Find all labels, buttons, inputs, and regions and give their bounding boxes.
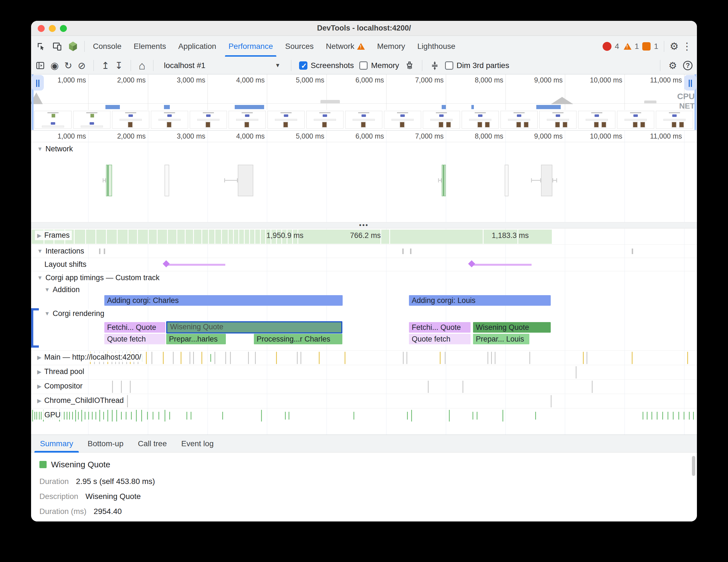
custom-timing-bar[interactable]: Prepar... Louis — [473, 334, 529, 344]
thumb-input-bar — [197, 119, 219, 121]
filmstrip-screenshot[interactable] — [345, 111, 382, 128]
tab-sources[interactable]: Sources — [279, 36, 320, 57]
track-label-frames[interactable]: ▶Frames — [35, 230, 72, 240]
custom-timing-bar[interactable]: Processing...r Charles — [254, 334, 342, 344]
clear-icon[interactable]: ⊘ — [78, 61, 86, 70]
track-label-thread[interactable]: GPU — [42, 410, 63, 420]
track-label-interactions[interactable]: ▼Interactions — [35, 246, 86, 256]
filmstrip-screenshot[interactable] — [384, 111, 421, 128]
filmstrip-screenshot[interactable] — [656, 111, 693, 128]
extension-hexagon-icon[interactable] — [68, 41, 78, 52]
network-request-bar[interactable] — [541, 165, 552, 196]
track-label-layout-shifts[interactable]: Layout shifts — [42, 259, 89, 269]
details-tab-event-log[interactable]: Event log — [174, 435, 221, 453]
thumb-button — [556, 114, 560, 117]
filmstrip-screenshot[interactable] — [539, 111, 577, 128]
filmstrip-screenshot[interactable] — [617, 111, 654, 128]
summary-scrollbar[interactable] — [692, 456, 695, 476]
capture-settings-gear-icon[interactable]: ⚙ — [669, 61, 677, 70]
tab-performance[interactable]: Performance — [222, 36, 279, 57]
custom-timing-bar[interactable]: Wisening Quote — [166, 321, 342, 334]
filmstrip-screenshot[interactable] — [578, 111, 615, 128]
close-window-button[interactable] — [38, 25, 45, 32]
settings-gear-icon[interactable]: ⚙ — [670, 41, 679, 51]
track-label-thread[interactable]: ▶Thread pool — [35, 367, 87, 377]
track-label-addition[interactable]: ▼Addition — [42, 285, 82, 295]
track-label-thread[interactable]: ▶Main — http://localhost:4200/ — [35, 352, 143, 362]
network-request-bar[interactable] — [505, 165, 509, 196]
collapse-sections-icon[interactable] — [430, 61, 439, 70]
help-icon[interactable]: ? — [683, 61, 692, 70]
custom-timing-bar[interactable]: Wisening Quote — [473, 322, 551, 333]
track-label-network[interactable]: ▼Network — [35, 144, 75, 154]
screenshots-checkbox-row[interactable]: Screenshots — [299, 61, 354, 70]
filmstrip-screenshot[interactable] — [34, 111, 72, 128]
memory-checkbox-row[interactable]: Memory — [359, 61, 399, 70]
filmstrip-screenshot[interactable] — [306, 111, 343, 128]
network-request-bar[interactable] — [165, 165, 169, 196]
history-select[interactable]: localhost #1 ▼ — [161, 61, 283, 70]
timeline-main[interactable]: 1,000 ms2,000 ms3,000 ms4,000 ms5,000 ms… — [31, 130, 697, 435]
custom-timing-bar[interactable]: Adding corgi: Louis — [409, 295, 551, 306]
filmstrip-screenshot[interactable] — [190, 111, 227, 128]
tab-elements[interactable]: Elements — [128, 36, 172, 57]
layout-shift-marker[interactable] — [163, 260, 170, 267]
details-tab-summary[interactable]: Summary — [33, 435, 80, 453]
warning-badge-icon[interactable] — [624, 43, 631, 50]
timeline-overview[interactable]: 1,000 ms2,000 ms3,000 ms4,000 ms5,000 ms… — [31, 74, 697, 130]
tab-application[interactable]: Application — [172, 36, 222, 57]
section-drag-handle[interactable]: ••• — [31, 222, 697, 228]
device-toolbar-icon[interactable] — [52, 41, 62, 51]
filmstrip-screenshot[interactable] — [423, 111, 460, 128]
dim-3rd-parties-checkbox[interactable] — [445, 61, 453, 70]
filmstrip-screenshot[interactable] — [501, 111, 538, 128]
filmstrip-screenshot[interactable] — [112, 111, 149, 128]
download-profile-icon[interactable]: ↧ — [115, 61, 123, 70]
track-label-corgi-rendering[interactable]: ▼Corgi rendering — [42, 309, 107, 319]
frame-boundary — [176, 229, 177, 244]
reload-and-record-icon[interactable]: ↻ — [64, 61, 72, 70]
error-badge-icon[interactable] — [603, 42, 611, 51]
tab-console[interactable]: Console — [87, 36, 128, 57]
filmstrip-screenshot[interactable] — [267, 111, 305, 128]
upload-profile-icon[interactable]: ↥ — [102, 61, 110, 70]
custom-timing-bar[interactable]: Quote fetch — [409, 334, 471, 344]
filmstrip-screenshot[interactable] — [229, 111, 266, 128]
tab-lighthouse[interactable]: Lighthouse — [411, 36, 461, 57]
minimize-window-button[interactable] — [49, 25, 56, 32]
filmstrip-screenshot[interactable] — [462, 111, 499, 128]
network-request-bar[interactable] — [238, 165, 253, 196]
tab-memory[interactable]: Memory — [371, 36, 411, 57]
filmstrip-screenshot[interactable] — [151, 111, 188, 128]
memory-checkbox[interactable] — [359, 61, 368, 70]
dim-3rd-parties-checkbox-row[interactable]: Dim 3rd parties — [445, 61, 509, 70]
inspect-element-icon[interactable] — [36, 41, 46, 51]
custom-timing-bar[interactable]: Prepar...harles — [166, 334, 226, 344]
home-icon[interactable]: ⌂ — [139, 60, 145, 71]
custom-timing-bar[interactable]: Quote fetch — [104, 334, 165, 344]
toggle-sidebar-icon[interactable] — [36, 61, 45, 70]
network-request-bar[interactable] — [442, 165, 446, 196]
custom-timing-bar[interactable]: Adding corgi: Charles — [104, 295, 343, 306]
range-handle-right[interactable]: || — [684, 75, 696, 90]
filmstrip-screenshot[interactable] — [73, 111, 110, 128]
track-label-thread[interactable]: ▶Compositor — [35, 381, 85, 391]
track-label-thread[interactable]: ▶Chrome_ChildIOThread — [35, 396, 126, 405]
screenshots-checkbox[interactable] — [299, 61, 307, 70]
tab-network[interactable]: Network — [320, 36, 371, 57]
layout-shift-marker[interactable] — [468, 260, 475, 267]
record-icon[interactable]: ◉ — [50, 61, 59, 70]
issues-badge-icon[interactable] — [642, 42, 651, 51]
more-options-kebab-icon[interactable]: ⋮ — [682, 41, 692, 51]
custom-timing-bar[interactable]: Fetchi... Quote — [104, 322, 165, 333]
details-tab-bottom-up[interactable]: Bottom-up — [80, 435, 131, 453]
garbage-collect-icon[interactable] — [405, 61, 414, 70]
thread-activity-tick — [643, 412, 643, 420]
range-handle-left[interactable]: || — [32, 75, 44, 90]
thumb-corgi-photo — [679, 122, 684, 128]
maximize-window-button[interactable] — [60, 25, 67, 32]
track-label-custom-header[interactable]: ▼Corgi app timings — Custom track — [35, 273, 162, 283]
details-tab-call-tree[interactable]: Call tree — [131, 435, 174, 453]
custom-timing-bar[interactable]: Fetchi... Quote — [409, 322, 471, 333]
network-request-bar[interactable] — [106, 165, 112, 196]
